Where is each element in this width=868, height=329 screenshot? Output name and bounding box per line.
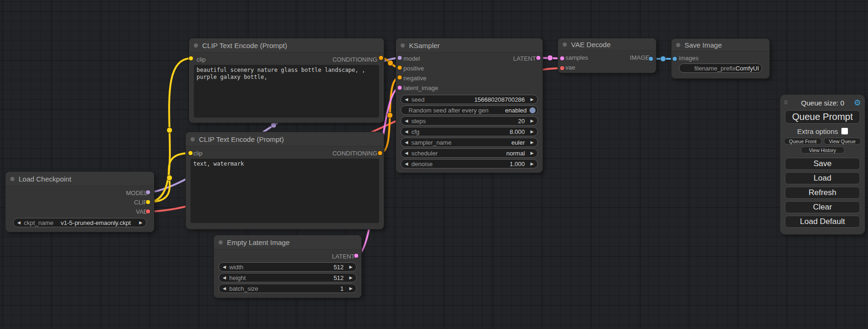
drag-handle-icon[interactable]: ⠿ <box>784 100 791 106</box>
queue-panel: ⠿ Queue size: 0 ⚙ Queue Prompt Extra opt… <box>780 95 865 234</box>
decrement-arrow-icon[interactable]: ◀ <box>223 276 226 280</box>
graph-canvas[interactable]: Load Checkpoint MODEL CLIP VAE ◀ ckpt_na… <box>0 0 868 329</box>
node-title-bar[interactable]: Load Checkpoint <box>6 172 154 186</box>
port-label-clip-out: CLIP <box>134 199 148 206</box>
widget-label: width <box>229 264 243 271</box>
node-title-bar[interactable]: KSampler <box>396 38 543 53</box>
increment-arrow-icon[interactable]: ▶ <box>530 98 534 102</box>
widget-value: v1-5-pruned-emaonly.ckpt <box>61 219 131 226</box>
collapse-dot-icon[interactable] <box>676 43 680 47</box>
node-title-bar[interactable]: Empty Latent Image <box>214 235 361 250</box>
link-dot-clip-positive[interactable] <box>167 127 172 133</box>
link-dot-latent-out[interactable] <box>547 55 553 61</box>
refresh-button[interactable]: Refresh <box>785 187 860 199</box>
increment-arrow-icon[interactable]: ▶ <box>349 287 353 291</box>
widget-value: 512 <box>333 264 344 271</box>
increment-arrow-icon[interactable]: ▶ <box>139 221 142 225</box>
node-title-bar[interactable]: VAE Decode <box>558 38 656 51</box>
port-label-images-in: images <box>679 55 699 62</box>
queue-prompt-button[interactable]: Queue Prompt <box>785 110 860 124</box>
widget-ckpt-name[interactable]: ◀ ckpt_name v1-5-pruned-emaonly.ckpt ▶ <box>13 218 147 227</box>
collapse-dot-icon[interactable] <box>563 42 567 47</box>
node-vae-decode[interactable]: VAE Decode samples IMAGE vae <box>558 38 656 73</box>
widget-label: batch_size <box>229 285 258 292</box>
widget-seed[interactable]: ◀ seed 156680208700286 ▶ <box>401 95 538 104</box>
decrement-arrow-icon[interactable]: ◀ <box>405 119 408 123</box>
port-label-latent-image-in: latent_image <box>403 84 438 91</box>
node-ksampler[interactable]: KSampler model LATENT positive negative … <box>396 38 543 173</box>
widget-filename-prefix[interactable]: filename_prefix ComfyUI <box>679 63 762 73</box>
widget-label: steps <box>411 118 426 125</box>
widget-random-seed-toggle[interactable]: Random seed after every gen enabled <box>401 105 538 115</box>
node-title-bar[interactable]: Save Image <box>671 39 769 51</box>
collapse-dot-icon[interactable] <box>219 240 223 245</box>
widget-batch-size[interactable]: ◀ batch_size 1 ▶ <box>219 284 357 293</box>
view-history-button[interactable]: View History <box>801 147 845 154</box>
node-empty-latent-image[interactable]: Empty Latent Image LATENT ◀ width 512 ▶ … <box>214 235 361 298</box>
load-button[interactable]: Load <box>785 172 860 184</box>
widget-scheduler[interactable]: ◀ scheduler normal ▶ <box>401 148 538 158</box>
increment-arrow-icon[interactable]: ▶ <box>530 162 534 166</box>
save-button[interactable]: Save <box>785 158 860 170</box>
collapse-dot-icon[interactable] <box>401 43 405 48</box>
prompt-text-input[interactable]: text, watermark <box>191 159 379 223</box>
port-label-latent-out: LATENT <box>513 55 536 62</box>
node-title: Load Checkpoint <box>19 175 71 183</box>
decrement-arrow-icon[interactable]: ◀ <box>223 287 226 291</box>
collapse-dot-icon[interactable] <box>194 43 198 48</box>
link-dot-model[interactable] <box>271 122 276 128</box>
settings-gear-icon[interactable]: ⚙ <box>854 99 861 107</box>
widget-steps[interactable]: ◀ steps 20 ▶ <box>401 116 538 126</box>
collapse-dot-icon[interactable] <box>191 137 195 141</box>
decrement-arrow-icon[interactable]: ◀ <box>405 98 408 102</box>
port-label-negative-in: negative <box>403 75 426 82</box>
link-dot-image[interactable] <box>660 56 666 62</box>
widget-value: 20 <box>518 118 525 125</box>
link-dot-clip-negative[interactable] <box>167 175 172 181</box>
node-save-image[interactable]: Save Image images filename_prefix ComfyU… <box>671 39 769 78</box>
widget-height[interactable]: ◀ height 512 ▶ <box>219 273 357 282</box>
node-title-bar[interactable]: CLIP Text Encode (Prompt) <box>186 132 384 147</box>
widget-value: 8.000 <box>510 128 525 135</box>
increment-arrow-icon[interactable]: ▶ <box>530 151 534 155</box>
port-label-model-out: MODEL <box>126 189 148 196</box>
port-label-conditioning-out: CONDITIONING <box>332 56 377 63</box>
widget-sampler-name[interactable]: ◀ sampler_name euler ▶ <box>401 138 538 147</box>
increment-arrow-icon[interactable]: ▶ <box>530 140 534 145</box>
toggle-enabled-icon[interactable] <box>529 107 536 113</box>
port-label-model-in: model <box>403 55 420 62</box>
node-clip-text-encode-negative[interactable]: CLIP Text Encode (Prompt) clip CONDITION… <box>186 132 384 229</box>
widget-denoise[interactable]: ◀ denoise 1.000 ▶ <box>401 159 538 168</box>
clear-button[interactable]: Clear <box>785 201 860 213</box>
queue-size-label: Queue size: 0 <box>791 99 854 107</box>
node-title-bar[interactable]: CLIP Text Encode (Prompt) <box>189 38 384 53</box>
increment-arrow-icon[interactable]: ▶ <box>530 130 534 134</box>
widget-label: cfg <box>411 128 419 135</box>
widget-label: sampler_name <box>411 139 452 146</box>
widget-value: ComfyUI <box>735 65 759 72</box>
decrement-arrow-icon[interactable]: ◀ <box>405 140 408 145</box>
widget-cfg[interactable]: ◀ cfg 8.000 ▶ <box>401 127 538 136</box>
prompt-text-input[interactable]: beautiful scenery nature glass bottle la… <box>194 65 379 118</box>
increment-arrow-icon[interactable]: ▶ <box>530 119 534 123</box>
queue-front-button[interactable]: Queue Front <box>784 138 822 145</box>
decrement-arrow-icon[interactable]: ◀ <box>17 221 21 225</box>
widget-label: filename_prefix <box>694 65 735 72</box>
widget-width[interactable]: ◀ width 512 ▶ <box>219 262 357 272</box>
widget-value: normal <box>506 150 525 157</box>
decrement-arrow-icon[interactable]: ◀ <box>405 130 408 134</box>
node-load-checkpoint[interactable]: Load Checkpoint MODEL CLIP VAE ◀ ckpt_na… <box>6 172 154 232</box>
extra-options-checkbox[interactable] <box>841 128 848 134</box>
decrement-arrow-icon[interactable]: ◀ <box>405 162 408 166</box>
increment-arrow-icon[interactable]: ▶ <box>349 276 353 280</box>
node-clip-text-encode-positive[interactable]: CLIP Text Encode (Prompt) clip CONDITION… <box>189 38 384 123</box>
link-dot-cond-positive[interactable] <box>388 60 393 66</box>
view-queue-button[interactable]: View Queue <box>824 138 861 145</box>
port-label-positive-in: positive <box>403 65 424 72</box>
collapse-dot-icon[interactable] <box>10 177 14 181</box>
increment-arrow-icon[interactable]: ▶ <box>349 265 353 269</box>
decrement-arrow-icon[interactable]: ◀ <box>223 265 226 269</box>
decrement-arrow-icon[interactable]: ◀ <box>405 151 408 155</box>
load-default-button[interactable]: Load Default <box>785 216 860 228</box>
link-dot-cond-negative[interactable] <box>387 112 393 118</box>
